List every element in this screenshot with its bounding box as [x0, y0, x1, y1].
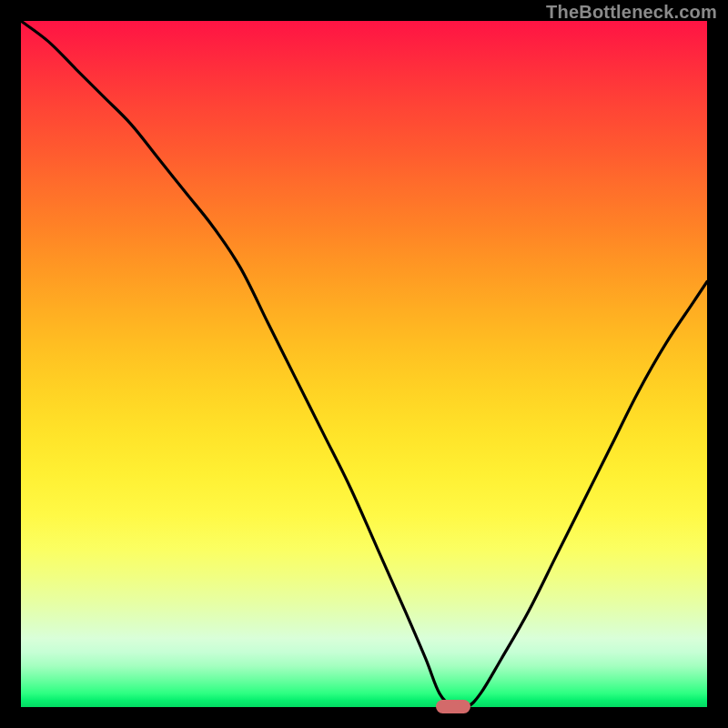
curve-svg [21, 21, 707, 707]
chart-container: TheBottleneck.com [0, 0, 728, 728]
bottleneck-curve [21, 21, 707, 709]
optimal-marker [436, 700, 470, 713]
plot-area [21, 21, 707, 707]
watermark-text: TheBottleneck.com [546, 2, 717, 23]
